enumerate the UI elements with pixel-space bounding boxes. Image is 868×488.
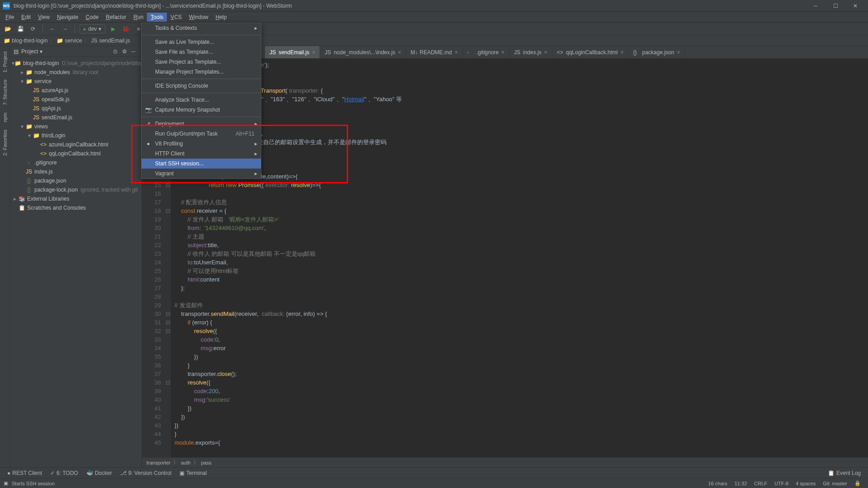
close-tab-icon[interactable]: × [620, 49, 623, 56]
tree-node[interactable]: ▾📁blog-third-loginG:\vue_projects\django… [10, 59, 142, 68]
menu-edit[interactable]: Edit [18, 13, 34, 22]
open-icon[interactable]: 📂 [3, 24, 13, 34]
tool-window-terminal[interactable]: ▣Terminal [176, 469, 210, 477]
menu-file[interactable]: File [2, 13, 18, 22]
menu-view[interactable]: View [34, 13, 53, 22]
menu-item-manage-project-templates-[interactable]: Manage Project Templates... [142, 67, 261, 77]
tree-node[interactable]: JSsendEmail.js [10, 113, 142, 122]
editor-tab[interactable]: JSnode_modules\...\index.js× [320, 46, 406, 59]
editor-crumb-item[interactable]: transporter [146, 460, 170, 465]
tree-node[interactable]: 📋Scratches and Consoles [10, 203, 142, 212]
status-line-separator[interactable]: CRLF [750, 481, 771, 486]
status-indent[interactable]: 4 spaces [792, 481, 819, 486]
event-log[interactable]: 📋Event Log [824, 469, 864, 477]
menu-help[interactable]: Help [212, 13, 231, 22]
menu-item-analyze-stack-trace-[interactable]: Analyze Stack Trace... [142, 95, 261, 105]
tree-node[interactable]: JSazureApi.js [10, 86, 142, 95]
editor-crumb-item[interactable]: pass [201, 460, 212, 465]
collapse-icon[interactable]: ⊙ [111, 48, 120, 55]
status-encoding[interactable]: UTF-8 [771, 481, 792, 486]
tree-node[interactable]: JSopeaiSdk.js [10, 95, 142, 104]
editor-tab[interactable]: ◦.gitignore× [463, 46, 509, 59]
editor-tab[interactable]: JSindex.js× [509, 46, 552, 59]
menu-item-save-project-as-template-[interactable]: Save Project as Template... [142, 57, 261, 67]
menu-window[interactable]: Window [185, 13, 212, 22]
hide-icon[interactable]: ─ [129, 48, 138, 55]
project-tree[interactable]: ▾📁blog-third-loginG:\vue_projects\django… [10, 57, 142, 467]
rail-1-project[interactable]: 1: Project [1, 48, 9, 76]
editor-tab[interactable]: JSsendEmail.js× [265, 46, 320, 59]
tree-node[interactable]: ▾📁service [10, 77, 142, 86]
forward-icon[interactable]: → [60, 24, 70, 34]
tree-node[interactable]: ▸📚External Libraries [10, 194, 142, 203]
rail-2-favorites[interactable]: 2: Favorites [1, 126, 9, 159]
maximize-button[interactable]: ☐ [826, 0, 845, 12]
run-config-selector[interactable]: ▸ dev ▾ [80, 24, 105, 33]
tree-node[interactable]: {}package.json [10, 176, 142, 185]
status-lock-icon[interactable]: 🔒 [851, 480, 864, 486]
debug-icon[interactable]: 🐞 [121, 24, 131, 34]
menu-item-v8-profiling[interactable]: ●V8 Profiling▸ [142, 139, 261, 149]
menu-item-deployment[interactable]: ↗Deployment▸ [142, 119, 261, 129]
tree-node[interactable]: <>qqLoginCallback.html [10, 149, 142, 158]
tool-window-rest-client[interactable]: ●REST Client [4, 469, 46, 477]
tree-node[interactable]: JSqqApi.js [10, 104, 142, 113]
menu-item-ide-scripting-console[interactable]: IDE Scripting Console [142, 81, 261, 91]
menu-item-run-gulp-grunt-npm-task[interactable]: Run Gulp/Grunt/npm TaskAlt+F11 [142, 129, 261, 139]
status-git[interactable]: Git: master [819, 481, 851, 486]
close-tab-icon[interactable]: × [544, 49, 547, 56]
refresh-icon[interactable]: ⟳ [28, 24, 38, 34]
menu-vcs[interactable]: VCS [167, 13, 185, 22]
close-tab-icon[interactable]: × [677, 49, 680, 56]
close-tab-icon[interactable]: × [455, 49, 458, 56]
breadcrumb-item[interactable]: JSsendEmail.js [91, 38, 130, 44]
close-tab-icon[interactable]: × [501, 49, 505, 56]
tree-node[interactable]: ◦.gitignore [10, 158, 142, 167]
tools-dropdown[interactable]: Tasks & Contexts▸Save as Live Template..… [141, 23, 261, 179]
tree-node[interactable]: ▾📁thirdLogin [10, 131, 142, 140]
status-position[interactable]: 11:32 [731, 481, 751, 486]
run-icon[interactable]: ▶ [108, 24, 118, 34]
editor-breadcrumb[interactable]: transporter〉auth〉pass [142, 457, 868, 467]
menu-item-vagrant[interactable]: Vagrant▸ [142, 169, 261, 178]
save-icon[interactable]: 💾 [15, 24, 25, 34]
tree-node[interactable]: ▸📁node_moduleslibrary root [10, 68, 142, 77]
menu-code[interactable]: Code [82, 13, 102, 22]
tool-window-docker[interactable]: 🐳Docker [83, 469, 116, 477]
menu-refactor[interactable]: Refactor [102, 13, 130, 22]
menu-item-save-file-as-template-[interactable]: Save File as Template... [142, 47, 261, 57]
close-tab-icon[interactable]: × [398, 49, 401, 56]
menubar: FileEditViewNavigateCodeRefactorRunTools… [0, 12, 868, 23]
tool-window-6-todo[interactable]: ✓6: TODO [47, 469, 82, 477]
editor-tab[interactable]: M↓README.md× [406, 46, 462, 59]
menu-item-save-as-live-template-[interactable]: Save as Live Template... [142, 37, 261, 47]
close-button[interactable]: ✕ [845, 0, 865, 12]
rail-7-structure[interactable]: 7: Structure [1, 76, 9, 109]
menu-tools[interactable]: Tools [147, 13, 167, 22]
rail-npm[interactable]: npm [1, 109, 9, 126]
chevron-down-icon[interactable]: ▾ [40, 48, 42, 55]
breadcrumb-item[interactable]: 📁blog-third-login [4, 38, 47, 44]
editor-tab[interactable]: <>qqLoginCallback.html× [552, 46, 629, 59]
tool-window-icon[interactable]: ▣ [4, 480, 8, 486]
tool-window-9-version-control[interactable]: ⎇9: Version Control [117, 469, 175, 477]
toolbar: 📂 💾 ⟳ ← → ▸ dev ▾ ▶ 🐞 ■ ⎇ [0, 23, 868, 35]
code-content[interactable]: = require('nodemailer'); 户端配置对象 = nodema… [171, 59, 868, 457]
tree-node[interactable]: JSindex.js [10, 167, 142, 176]
tree-node[interactable]: {}package-lock.jsonignored, tracked with… [10, 185, 142, 194]
breadcrumb-item[interactable]: 📁service [57, 38, 82, 44]
tree-node[interactable]: <>azureLoginCallback.html [10, 140, 142, 149]
editor-crumb-item[interactable]: auth [181, 460, 190, 465]
back-icon[interactable]: ← [47, 24, 57, 34]
menu-item-start-ssh-session-[interactable]: Start SSH session... [142, 159, 261, 169]
menu-item-capture-memory-snapshot[interactable]: 📷Capture Memory Snapshot [142, 105, 261, 115]
minimize-button[interactable]: ─ [806, 0, 826, 12]
menu-item-tasks-contexts[interactable]: Tasks & Contexts▸ [142, 23, 261, 33]
menu-item-http-client[interactable]: HTTP Client▸ [142, 149, 261, 159]
menu-navigate[interactable]: Navigate [53, 13, 82, 22]
close-tab-icon[interactable]: × [312, 49, 315, 56]
tree-node[interactable]: ▾📁views [10, 122, 142, 131]
settings-icon[interactable]: ⚙ [120, 48, 129, 55]
menu-run[interactable]: Run [130, 13, 147, 22]
editor-tab[interactable]: {}package.json× [628, 46, 685, 59]
